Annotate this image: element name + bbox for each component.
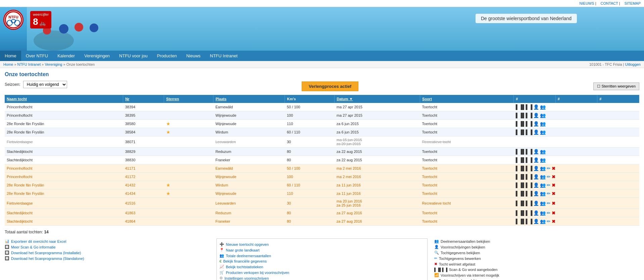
producten-link[interactable]: Producten verkopen bij voorinschrijven (226, 271, 289, 275)
person-icon: 👤 (533, 201, 539, 206)
delete-icon[interactable]: ✖ (552, 166, 555, 171)
delete-icon[interactable]: ✖ (552, 219, 555, 224)
scan-install-link[interactable]: Download het Scanprogramma (Installatie) (11, 251, 81, 255)
nav-ntfu-voor-jou[interactable]: NTFU voor jou (114, 51, 152, 61)
scan-standalone-link[interactable]: Download het Scanprogramma (Standalone) (11, 257, 84, 261)
group-icon: 👥 (540, 201, 546, 206)
col-naam-sort[interactable]: Naam tocht (7, 97, 27, 101)
col-act3: # (597, 95, 639, 103)
tour-datum: ma 27 apr 2015 (335, 103, 420, 111)
nav-ntfu-intranet[interactable]: NTFU Intranet (205, 51, 242, 61)
nav-home[interactable]: Home (0, 51, 21, 61)
breadcrumb-vereniging[interactable]: Vereniging (45, 62, 62, 66)
person-icon: 👤 (533, 166, 539, 171)
landkaart-link[interactable]: Naar grote landkaart (226, 248, 259, 252)
tour-nr: 41172 (123, 173, 164, 181)
tour-nr: 41864 (123, 217, 164, 226)
col-datum-sort[interactable]: Datum ▼ (337, 97, 353, 101)
tour-name-link[interactable]: Fietsvierdaagse (7, 201, 33, 205)
nav-over-ntfu[interactable]: Over NTFU (21, 51, 53, 61)
sitemap-link[interactable]: SITEMAP (625, 1, 641, 5)
group-icon: 👥 (540, 182, 546, 188)
tour-name-link[interactable]: 28e Ronde fân Fryslân (7, 191, 44, 195)
financieel-link[interactable]: Bekijk financiële gegevens (223, 259, 267, 263)
person-icon: 👤 (533, 191, 539, 196)
delete-icon[interactable]: ✖ (552, 211, 555, 216)
edit-icon[interactable]: ✏ (547, 219, 551, 224)
tour-name-link[interactable]: Slachtedijktocht (7, 211, 33, 215)
person-icon: 👤 (533, 113, 539, 118)
table-row: Princenhoftocht 41171 Earnewâld 50 / 100… (5, 164, 639, 173)
tour-soort: Recreatieve tocht (420, 136, 514, 148)
edit-icon[interactable]: ✏ (547, 174, 551, 179)
barcode-icon: ▌▐▌▌▐ (516, 113, 533, 118)
nieuws-link[interactable]: NIEUWS (580, 1, 594, 5)
delete-icon[interactable]: ✖ (552, 183, 555, 188)
breadcrumb-intranet[interactable]: NTFU Intranet (17, 62, 41, 66)
delete-icon[interactable]: ✖ (552, 201, 555, 206)
nav-verenigingen[interactable]: Verenigingen (80, 51, 114, 61)
barcode-icon: ▌▐▌▌▐ (516, 210, 533, 216)
tour-plaats: Franeker (213, 156, 285, 164)
tour-actions (514, 136, 639, 148)
new-tour-link[interactable]: Nieuwe toertocht opgeven (226, 242, 269, 246)
sterritten-button[interactable]: ☐ Sterritten weergeven (593, 82, 640, 90)
tour-actions: ▌▐▌▌▐👤👥 (514, 156, 639, 164)
edit-icon[interactable]: ✏ (547, 191, 551, 196)
season-select[interactable]: Huidig en volgend Huidig Volgend Alle (23, 81, 67, 88)
tour-name-link[interactable]: 28e Ronde fân Fryslân (7, 183, 44, 187)
statistieken-link[interactable]: Bekijk tochtstatistieken (226, 265, 263, 269)
logout-link[interactable]: Uitloggen (625, 62, 641, 66)
cart-icon: 🛒 (219, 270, 224, 275)
tour-plaats: Leeuwarden (213, 198, 285, 209)
tour-kms: 80 (285, 209, 335, 217)
tour-stars (164, 136, 213, 148)
person-icon: 👤 (533, 219, 539, 224)
tour-actions: ▌▐▌▌▐👤👥✏✖ (514, 217, 639, 226)
tour-name: Princenhoftocht (5, 164, 123, 173)
tour-kms: 60 / 110 (285, 181, 335, 189)
footer-col-legend: 👥 Deelnemersaantallen bekijken 👤 Voorins… (434, 238, 639, 280)
edit-icon[interactable]: ✏ (547, 201, 551, 206)
chart-icon: 📈 (219, 265, 224, 269)
nav-producten[interactable]: Producten (152, 51, 182, 61)
tour-stars (164, 173, 213, 181)
tour-name-link[interactable]: Slachtedijktocht (7, 219, 33, 223)
col-sterren-sort[interactable]: Sterren (166, 97, 179, 101)
tour-plaats: Wijnjewoude (213, 111, 285, 120)
tour-datum: za 27 aug 2016 (335, 217, 420, 226)
tour-name-link[interactable]: Princenhoftocht (7, 166, 32, 170)
breadcrumb-home[interactable]: Home (3, 62, 13, 66)
contact-link[interactable]: CONTACT (601, 1, 618, 5)
barcode-icon: ▌▐▌▌▐ (516, 191, 533, 196)
tour-name: 28e Ronde fân Fryslân (5, 189, 123, 198)
scan-info-link[interactable]: Meer Scan & Go informatie (11, 245, 56, 249)
person-icon: 👤 (533, 121, 539, 126)
edit-icon[interactable]: ✏ (547, 182, 551, 188)
nav-nieuws[interactable]: Nieuws (182, 51, 205, 61)
delete-icon[interactable]: ✖ (552, 191, 555, 196)
export-excel-link[interactable]: Exporteer dit overzicht naar Excel (11, 239, 66, 243)
header-slogan: De grootste wielersportbond van Nederlan… (476, 14, 577, 23)
tour-kms: 80 (285, 148, 335, 156)
delete-icon[interactable]: ✖ (552, 174, 555, 179)
tour-datum: za 22 aug 2015 (335, 156, 420, 164)
col-nr-sort[interactable]: Nr (125, 97, 129, 101)
barcode-icon: ▌▐▌▌▐ (516, 182, 533, 188)
instellingen-link[interactable]: Instellingen voorinschrijven (225, 276, 269, 280)
group-icon: 👥 (540, 104, 546, 110)
nav-kalender[interactable]: Kalender (53, 51, 80, 61)
tour-name-link[interactable]: Princenhoftocht (7, 175, 32, 179)
col-soort-sort[interactable]: Soort (422, 97, 432, 101)
totale-link[interactable]: Totale deelnemersaantallen (226, 254, 271, 258)
tour-plaats: Wijnjewoude (213, 120, 285, 128)
edit-icon[interactable]: ✏ (547, 210, 551, 216)
tour-stars (164, 156, 213, 164)
tour-actions: ▌▐▌▌▐👤👥 (514, 103, 639, 111)
user-info: 101001 - TFC Frisia | Uitloggen (589, 62, 641, 66)
col-plaats-sort[interactable]: Plaats (215, 97, 226, 101)
table-row: Fietsvierdaagse 41516 Leeuwarden 30 ma 2… (5, 198, 639, 209)
group-icon: 👥 (540, 191, 546, 196)
table-row: Slachtedijktocht 41863 Reduzum 80 za 27 … (5, 209, 639, 217)
edit-icon[interactable]: ✏ (547, 166, 551, 171)
